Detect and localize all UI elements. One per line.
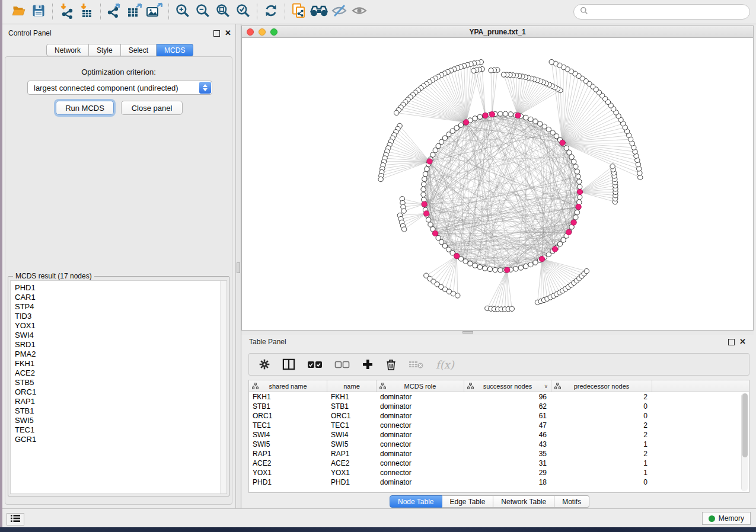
- cell-name[interactable]: STB1: [327, 402, 377, 411]
- table-row[interactable]: FKH1FKH1dominator962: [249, 392, 749, 402]
- tab-mcds[interactable]: MCDS: [157, 44, 193, 56]
- table-row[interactable]: TEC1TEC1connector472: [249, 421, 749, 430]
- select-all-checkboxes-icon[interactable]: [307, 360, 323, 369]
- cell-shared_name[interactable]: TEC1: [249, 421, 327, 430]
- import-table-button[interactable]: [76, 2, 97, 21]
- tab-network[interactable]: Network: [46, 44, 89, 56]
- import-network-button[interactable]: [56, 2, 76, 21]
- cell-successor_nodes[interactable]: 61: [464, 411, 551, 421]
- cell-predecessor_nodes[interactable]: 2: [551, 449, 652, 459]
- zoom-fit-button[interactable]: [213, 2, 233, 21]
- export-table-button[interactable]: [125, 2, 145, 21]
- cell-predecessor_nodes[interactable]: 0: [551, 477, 652, 487]
- cell-mcds_role[interactable]: dominator: [377, 430, 464, 440]
- cell-successor_nodes[interactable]: 29: [464, 468, 551, 477]
- tab-style[interactable]: Style: [89, 44, 121, 56]
- mcds-result-item[interactable]: STB1: [15, 406, 227, 416]
- tab-network-table[interactable]: Network Table: [493, 495, 554, 508]
- cell-mcds_role[interactable]: connector: [377, 421, 464, 430]
- mcds-result-item[interactable]: STB5: [15, 378, 227, 387]
- cell-predecessor_nodes[interactable]: 2: [551, 392, 652, 402]
- cell-mcds_role[interactable]: dominator: [377, 402, 464, 411]
- tab-motifs[interactable]: Motifs: [554, 495, 589, 508]
- cell-predecessor_nodes[interactable]: 2: [551, 421, 652, 430]
- cell-mcds_role[interactable]: connector: [377, 468, 464, 477]
- mcds-result-item[interactable]: PMA2: [15, 350, 227, 359]
- table-panel-float-button[interactable]: [728, 339, 735, 345]
- cell-predecessor_nodes[interactable]: 0: [551, 411, 652, 421]
- mcds-result-item[interactable]: ACE2: [15, 368, 227, 378]
- cell-predecessor_nodes[interactable]: 2: [551, 430, 652, 440]
- table-scrollbar[interactable]: [741, 393, 748, 491]
- zoom-in-button[interactable]: [173, 2, 193, 21]
- cell-shared_name[interactable]: RAP1: [249, 449, 327, 459]
- table-row[interactable]: ORC1ORC1dominator610: [249, 411, 749, 421]
- mcds-result-item[interactable]: FKH1: [15, 359, 227, 368]
- binoculars-button[interactable]: [309, 2, 329, 21]
- cell-name[interactable]: SWI5: [327, 440, 377, 449]
- cell-shared_name[interactable]: SWI4: [249, 430, 327, 440]
- table-row[interactable]: RAP1RAP1dominator352: [249, 449, 749, 459]
- vertical-splitter[interactable]: [235, 24, 241, 508]
- table-row[interactable]: STB1STB1dominator620: [249, 402, 749, 411]
- network-canvas[interactable]: [242, 38, 753, 330]
- mcds-result-scrollbar[interactable]: [220, 281, 227, 493]
- copy-network-button[interactable]: [289, 2, 309, 21]
- open-session-button[interactable]: [8, 2, 28, 21]
- tab-node-table[interactable]: Node Table: [390, 495, 442, 508]
- mcds-result-item[interactable]: YOX1: [15, 321, 227, 331]
- criterion-dropdown[interactable]: largest connected component (undirected): [27, 81, 212, 95]
- save-session-button[interactable]: [28, 2, 49, 21]
- tab-select[interactable]: Select: [121, 44, 157, 56]
- mcds-result-item[interactable]: STP4: [15, 302, 227, 312]
- add-column-icon[interactable]: [362, 358, 374, 370]
- cell-name[interactable]: RAP1: [327, 449, 377, 459]
- eye-pen-button[interactable]: [329, 2, 349, 21]
- cell-mcds_role[interactable]: dominator: [377, 449, 464, 459]
- export-image-button[interactable]: [145, 2, 165, 21]
- table-row[interactable]: YOX1YOX1connector291: [249, 468, 749, 477]
- control-panel-float-button[interactable]: [213, 30, 220, 37]
- cell-mcds_role[interactable]: dominator: [377, 392, 464, 402]
- cell-name[interactable]: PHD1: [327, 477, 377, 487]
- cell-shared_name[interactable]: STB1: [249, 402, 327, 411]
- cell-name[interactable]: TEC1: [327, 421, 377, 430]
- cell-successor_nodes[interactable]: 96: [464, 392, 551, 402]
- eye-button[interactable]: [349, 2, 369, 21]
- mcds-result-item[interactable]: TID3: [15, 312, 227, 321]
- cell-successor_nodes[interactable]: 31: [464, 459, 551, 468]
- table-panel-close-button[interactable]: ✕: [739, 338, 746, 345]
- cell-shared_name[interactable]: SWI5: [249, 440, 327, 449]
- cell-predecessor_nodes[interactable]: 0: [551, 402, 652, 411]
- cell-name[interactable]: ORC1: [327, 411, 377, 421]
- mcds-result-item[interactable]: PHD1: [15, 283, 227, 293]
- mcds-result-item[interactable]: TEC1: [15, 425, 227, 435]
- cell-shared_name[interactable]: ACE2: [249, 459, 327, 468]
- cell-shared_name[interactable]: YOX1: [249, 468, 327, 477]
- cell-mcds_role[interactable]: connector: [377, 459, 464, 468]
- mcds-result-item[interactable]: CAR1: [15, 293, 227, 302]
- column-header-predecessor-nodes[interactable]: predecessor nodes: [551, 380, 652, 392]
- cell-predecessor_nodes[interactable]: 1: [551, 459, 652, 468]
- run-mcds-button[interactable]: Run MCDS: [56, 101, 114, 115]
- cell-name[interactable]: ACE2: [327, 459, 377, 468]
- zoom-out-button[interactable]: [193, 2, 213, 21]
- mcds-result-item[interactable]: RAP1: [15, 397, 227, 406]
- cell-mcds_role[interactable]: dominator: [377, 477, 464, 487]
- cell-name[interactable]: FKH1: [327, 392, 377, 402]
- refresh-button[interactable]: [261, 2, 281, 21]
- export-network-button[interactable]: [104, 2, 125, 21]
- column-split-icon[interactable]: [282, 358, 295, 370]
- column-header-MCDS-role[interactable]: MCDS role: [377, 380, 464, 392]
- column-header-shared-name[interactable]: shared name: [249, 380, 327, 392]
- gear-icon[interactable]: [259, 358, 270, 370]
- mcds-result-item[interactable]: SRD1: [15, 340, 227, 350]
- table-row[interactable]: ACE2ACE2connector311: [249, 459, 749, 468]
- cell-shared_name[interactable]: FKH1: [249, 392, 327, 402]
- cell-mcds_role[interactable]: connector: [377, 440, 464, 449]
- deselect-checkboxes-icon[interactable]: [334, 360, 350, 369]
- task-history-button[interactable]: [7, 513, 24, 525]
- splitter-grip[interactable]: [237, 262, 240, 273]
- cell-name[interactable]: SWI4: [327, 430, 377, 440]
- cell-predecessor_nodes[interactable]: 1: [551, 468, 652, 477]
